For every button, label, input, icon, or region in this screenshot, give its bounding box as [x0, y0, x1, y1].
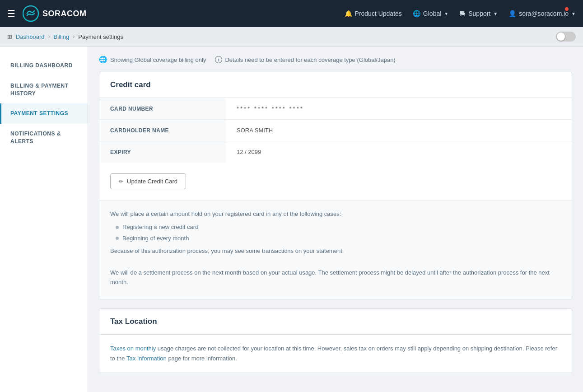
sidebar: Billing Dashboard Billing & Payment Hist…: [0, 47, 88, 392]
list-item-1: Beginning of every month: [116, 234, 561, 243]
card-number-value: **** **** **** ****: [226, 98, 572, 120]
user-email-label: sora@soracom.io: [519, 10, 569, 17]
pencil-icon: ✏: [119, 178, 123, 185]
tax-location-body: Taxes on monthly usage charges are not c…: [99, 335, 572, 373]
credit-card-body: CARD NUMBER **** **** **** **** CARDHOLD…: [99, 98, 572, 299]
tax-text-highlight: Taxes on monthly: [110, 345, 156, 352]
soracom-logo-icon: [23, 5, 39, 22]
nav-global[interactable]: 🌐 Global ▼: [413, 10, 448, 17]
list-item-label-0: Registering a new credit card: [122, 223, 198, 232]
update-credit-card-button[interactable]: ✏ Update Credit Card: [110, 173, 186, 189]
tax-info-link[interactable]: Tax Information: [126, 355, 167, 362]
global-caret-icon: ▼: [444, 11, 448, 16]
table-row-card-number: CARD NUMBER **** **** **** ****: [99, 98, 572, 120]
info-list: Registering a new credit card Beginning …: [116, 223, 561, 243]
layout: Billing Dashboard Billing & Payment Hist…: [0, 47, 583, 392]
hamburger-menu-icon[interactable]: ☰: [7, 8, 15, 19]
notification-dot: [565, 7, 569, 11]
details-notice: i Details need to be entered for each co…: [215, 56, 395, 63]
expiry-value: 12 / 2099: [226, 141, 572, 163]
toggle-knob: [557, 33, 565, 41]
list-item-label-1: Beginning of every month: [122, 234, 189, 243]
credit-card-title: Credit card: [110, 80, 561, 89]
support-label: Support: [468, 10, 490, 17]
bullet-dot-1: [116, 237, 119, 240]
credit-card-header: Credit card: [99, 72, 572, 98]
tax-text-end: page for more information.: [167, 355, 237, 362]
logo-text: SORACOM: [42, 9, 87, 19]
credit-card-info-section: We will place a certain amount hold on y…: [99, 200, 572, 299]
header-nav: 🔔 Product Updates 🌐 Global ▼ ⛟ Support ▼…: [345, 10, 576, 17]
info-note1: Because of this authorization process, y…: [110, 247, 561, 256]
breadcrumb-toggle[interactable]: [556, 32, 576, 42]
header: ☰ SORACOM 🔔 Product Updates 🌐 Global ▼ ⛟…: [0, 0, 583, 27]
breadcrumb-sep-2: ›: [73, 33, 75, 40]
tax-location-section: Tax Location Taxes on monthly usage char…: [99, 308, 572, 373]
info-note2: We will do a settlement process on the n…: [110, 268, 561, 287]
tax-location-title: Tax Location: [110, 317, 561, 326]
cardholder-name-value: SORA SMITH: [226, 120, 572, 141]
global-coverage-notice: 🌐 Showing Global coverage billing only: [99, 56, 206, 64]
support-caret-icon: ▼: [493, 11, 498, 16]
globe-coverage-icon: 🌐: [99, 56, 107, 64]
global-coverage-text: Showing Global coverage billing only: [110, 56, 206, 63]
cardholder-name-label: CARDHOLDER NAME: [99, 120, 226, 141]
nav-user[interactable]: 👤 sora@soracom.io ▼: [508, 10, 576, 17]
credit-card-section: Credit card CARD NUMBER **** **** **** *…: [99, 72, 572, 299]
details-notice-text: Details need to be entered for each cove…: [225, 56, 395, 63]
tax-location-text: Taxes on monthly usage charges are not c…: [110, 344, 561, 364]
credit-card-table: CARD NUMBER **** **** **** **** CARDHOLD…: [99, 98, 572, 163]
expiry-label: EXPIRY: [99, 141, 226, 163]
tax-location-header: Tax Location: [99, 309, 572, 335]
globe-nav-icon: 🌐: [413, 10, 420, 17]
info-bar: 🌐 Showing Global coverage billing only i…: [99, 56, 572, 64]
sidebar-item-notifications-alerts[interactable]: Notifications & Alerts: [0, 124, 88, 152]
svg-point-0: [23, 6, 38, 21]
breadcrumb-current: Payment settings: [78, 33, 123, 40]
nav-product-updates[interactable]: 🔔 Product Updates: [345, 10, 402, 17]
global-label: Global: [423, 10, 441, 17]
support-icon: ⛟: [459, 10, 466, 17]
breadcrumb: ⊞ Dashboard › Billing › Payment settings: [0, 27, 583, 47]
card-number-label: CARD NUMBER: [99, 98, 226, 120]
logo: SORACOM: [23, 5, 87, 22]
bullet-dot-0: [116, 226, 119, 229]
nav-support[interactable]: ⛟ Support ▼: [459, 10, 498, 17]
breadcrumb-sep-1: ›: [48, 33, 50, 40]
list-item-0: Registering a new credit card: [116, 223, 561, 232]
grid-icon: ⊞: [7, 33, 12, 40]
info-circle-icon: i: [215, 56, 222, 63]
product-updates-label: Product Updates: [355, 10, 402, 17]
sidebar-item-payment-settings[interactable]: Payment Settings: [0, 103, 88, 124]
info-text: We will place a certain amount hold on y…: [110, 210, 561, 219]
user-icon: 👤: [508, 10, 516, 17]
update-credit-card-label: Update Credit Card: [127, 178, 177, 185]
breadcrumb-dashboard[interactable]: Dashboard: [16, 33, 45, 40]
sidebar-item-billing-dashboard[interactable]: Billing Dashboard: [0, 56, 88, 76]
table-row-cardholder-name: CARDHOLDER NAME SORA SMITH: [99, 120, 572, 141]
breadcrumb-billing[interactable]: Billing: [54, 33, 70, 40]
table-row-expiry: EXPIRY 12 / 2099: [99, 141, 572, 163]
bell-icon: 🔔: [345, 10, 352, 17]
user-caret-icon: ▼: [571, 11, 576, 16]
update-button-container: ✏ Update Credit Card: [99, 163, 572, 200]
sidebar-item-billing-payment-history[interactable]: Billing & Payment History: [0, 76, 88, 104]
main-content: 🌐 Showing Global coverage billing only i…: [88, 47, 583, 392]
